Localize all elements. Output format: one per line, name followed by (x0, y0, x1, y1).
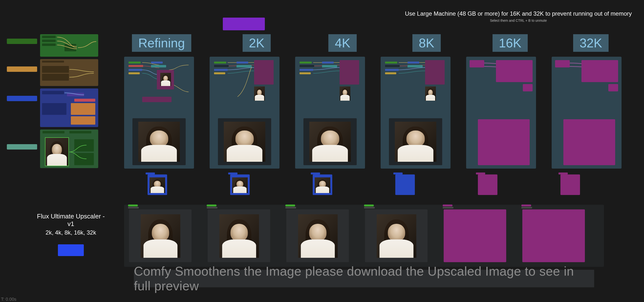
blue-preview-16k[interactable] (478, 174, 498, 195)
second-preview-row (148, 174, 580, 195)
stage-card-refining[interactable] (124, 57, 194, 168)
preview-image-2k (224, 122, 265, 162)
sidebar-swatch-orange[interactable] (7, 66, 37, 72)
blue-preview-4k[interactable] (313, 174, 332, 195)
blue-preview-2k[interactable] (230, 174, 250, 195)
final-output-strip (124, 205, 604, 267)
output-image (298, 214, 338, 258)
info-button[interactable] (58, 244, 84, 256)
blue-preview-32k[interactable] (560, 174, 580, 195)
stage-card-8k[interactable] (381, 57, 450, 168)
workflow-info: Flux Ultimate Upscaler - v1 2k, 4k, 8k, … (34, 212, 108, 256)
timecode-label: T: 0.00s (1, 297, 16, 302)
stage-preview-2k[interactable] (218, 118, 271, 165)
refining-inline-thumb (160, 73, 171, 86)
stage-label-32k: 32K (573, 34, 608, 52)
stage-label-16k: 16K (492, 34, 528, 52)
stage-8k-inline-thumb (425, 86, 436, 101)
workflow-title: Flux Ultimate Upscaler - v1 (34, 212, 108, 228)
download-banner: Comfy Smoothens the Image please downloa… (134, 270, 594, 287)
sidebar-minimap (7, 34, 102, 170)
stage-graph-refining[interactable] (128, 60, 190, 116)
output-image (377, 214, 416, 258)
stage-graph-8k[interactable] (384, 60, 447, 116)
sidebar-panel-params[interactable] (40, 88, 98, 127)
output-card-4k[interactable] (286, 210, 349, 262)
stage-4k-inline-thumb (340, 86, 350, 101)
sidebar-row-3 (7, 88, 102, 127)
muted-node[interactable] (582, 60, 618, 82)
output-card-8k[interactable] (365, 210, 428, 262)
stage-label-refining: Refining (132, 34, 191, 52)
blue-preview-8k[interactable] (395, 174, 415, 195)
blue-preview-refining[interactable] (148, 174, 167, 195)
output-card-16k[interactable] (444, 210, 506, 262)
stage-preview-32k[interactable] (564, 119, 615, 165)
floating-purple-node[interactable] (223, 18, 265, 30)
preview-image-8k (395, 122, 436, 162)
stage-2k-inline-thumb (254, 86, 265, 101)
sidebar-row-1 (7, 34, 102, 57)
stage-card-2k[interactable] (210, 57, 280, 168)
stage-labels-row: Refining 2K 4K 8K 16K 32K (132, 34, 608, 52)
output-card-refining[interactable] (129, 210, 192, 262)
sidebar-panel-config[interactable] (40, 59, 98, 86)
sidebar-swatch-green[interactable] (7, 38, 37, 44)
stage-preview-refining[interactable] (132, 118, 186, 165)
stage-card-16k[interactable] (466, 57, 536, 168)
blue-preview-image (150, 178, 165, 193)
preview-image-refining (138, 122, 180, 162)
memory-notice: Use Large Machine (48 GB or more) for 16… (405, 10, 632, 22)
output-card-32k[interactable] (522, 210, 585, 262)
muted-node[interactable] (496, 60, 532, 82)
blue-preview-image (232, 178, 248, 193)
sidebar-row-4 (7, 130, 102, 168)
sidebar-panel-models[interactable] (40, 34, 98, 57)
memory-notice-line2: Select them and CTRL + B to unmute (405, 18, 632, 22)
blue-preview-image (315, 178, 330, 193)
output-card-2k[interactable] (208, 210, 270, 262)
stage-preview-4k[interactable] (304, 118, 357, 165)
sidebar-swatch-teal[interactable] (7, 144, 37, 150)
muted-node[interactable] (608, 84, 618, 92)
stage-card-32k[interactable] (552, 57, 622, 168)
preview-image-4k (309, 122, 351, 162)
stage-label-4k: 4K (328, 34, 357, 52)
stage-label-8k: 8K (412, 34, 441, 52)
banner-text: Comfy Smoothens the Image please downloa… (134, 264, 594, 293)
stage-card-4k[interactable] (295, 57, 365, 168)
output-image (220, 214, 259, 258)
stage-graph-4k[interactable] (298, 60, 362, 116)
sidebar-swatch-blue[interactable] (7, 96, 37, 101)
stage-row (124, 57, 622, 168)
memory-notice-line1: Use Large Machine (48 GB or more) for 16… (405, 10, 632, 17)
muted-node[interactable] (523, 84, 532, 92)
workflow-sizes: 2k, 4k, 8k, 16k, 32k (34, 229, 108, 236)
stage-preview-16k[interactable] (478, 119, 530, 165)
stage-graph-2k[interactable] (213, 60, 276, 116)
stage-label-2k: 2K (242, 34, 271, 52)
sidebar-row-2 (7, 59, 102, 86)
stage-preview-8k[interactable] (389, 118, 442, 165)
sidebar-panel-input-image[interactable] (40, 130, 98, 168)
output-image (141, 214, 180, 258)
